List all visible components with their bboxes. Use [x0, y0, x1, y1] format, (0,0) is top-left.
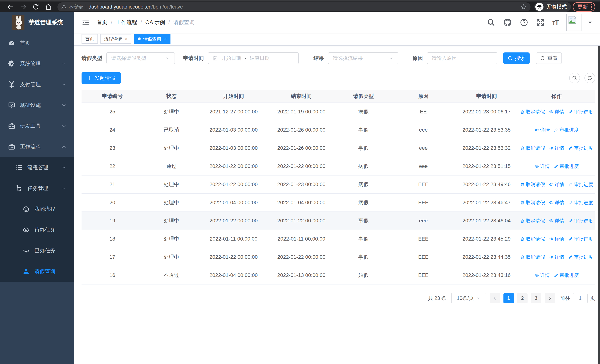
cell-start: 2022-01-22 00:00:00 [200, 212, 268, 230]
forward-icon[interactable] [18, 1, 28, 12]
reset-button[interactable]: 重置 [536, 52, 562, 64]
security-warning[interactable]: 不安全 [61, 4, 83, 10]
cancel-action-link[interactable]: 取消请假 [520, 236, 545, 242]
page-button-3[interactable]: 3 [531, 293, 541, 303]
sidebar-item-我的流程[interactable]: 我的流程 [0, 199, 74, 219]
breadcrumb-item-首页[interactable]: 首页 [97, 19, 107, 26]
search-button[interactable]: 搜索 [503, 52, 530, 64]
goto-page-input[interactable] [573, 293, 588, 303]
logo-row[interactable]: 芋道管理系统 [0, 12, 74, 33]
search-icon[interactable] [487, 18, 495, 27]
detail-action-link[interactable]: 详情 [549, 109, 564, 115]
sidebar-item-支付管理[interactable]: 支付管理 [0, 74, 74, 95]
page-button-1[interactable]: 1 [504, 293, 514, 303]
sidebar-item-已办任务[interactable]: 已办任务 [0, 240, 74, 261]
table-toolbar: 发起请假 [82, 72, 595, 84]
chevron-up-icon [61, 186, 67, 191]
update-button[interactable]: 更新 [573, 2, 595, 12]
sidebar-item-工作流程[interactable]: 工作流程 [0, 136, 74, 157]
address-bar[interactable]: 不安全 dashboard.yudao.iocoder.cn/bpm/oa/le… [57, 2, 531, 11]
sidebar-item-基础设施[interactable]: 基础设施 [0, 95, 74, 116]
page-scrollbar[interactable] [598, 12, 600, 364]
detail-action-link[interactable]: 详情 [534, 163, 550, 169]
cancel-action-link[interactable]: 取消请假 [520, 218, 545, 224]
home-icon[interactable] [43, 1, 54, 12]
detail-action-link[interactable]: 详情 [534, 127, 550, 133]
progress-action-link[interactable]: 审批进度 [568, 218, 593, 224]
cell-type: 事假 [335, 230, 392, 248]
detail-action-link[interactable]: 详情 [549, 145, 564, 151]
sidebar-item-label: 已办任务 [35, 247, 55, 254]
close-icon[interactable]: × [164, 36, 167, 42]
progress-action-link[interactable]: 审批进度 [568, 236, 593, 242]
tab-流程详情[interactable]: 流程详情× [100, 34, 131, 44]
detail-action-link[interactable]: 详情 [534, 272, 550, 279]
column-header-申请时间: 申请时间 [455, 90, 518, 103]
chevron-down-icon[interactable] [588, 20, 593, 25]
incognito-label: 无痕模式 [546, 3, 567, 10]
prev-page-button[interactable] [490, 293, 500, 303]
cancel-action-link[interactable]: 取消请假 [520, 109, 545, 115]
table-row-24: 24已取消2022-01-03 00:00:002022-01-26 00:00… [82, 121, 595, 139]
cell-id: 16 [82, 266, 143, 284]
cancel-action-link[interactable]: 取消请假 [520, 254, 545, 260]
cell-apply_time: 2022-01-22 23:46:47 [455, 194, 518, 212]
create-leave-button[interactable]: 发起请假 [82, 72, 121, 84]
tab-请假查询[interactable]: 请假查询× [134, 34, 170, 44]
breadcrumb-item-OA 示例[interactable]: OA 示例 [145, 19, 165, 26]
cell-id: 19 [82, 212, 143, 230]
refresh-table-button[interactable] [584, 73, 595, 84]
apply-time-range[interactable]: 开始日期 - 结束日期 [208, 52, 299, 64]
bookmark-star-icon[interactable] [521, 4, 527, 10]
progress-action-link[interactable]: 审批进度 [568, 109, 593, 115]
progress-action-link[interactable]: 审批进度 [554, 163, 579, 169]
menu-dots-icon[interactable] [591, 4, 592, 10]
cell-actions: 取消请假详情审批进度 [518, 248, 595, 266]
progress-action-link[interactable]: 审批进度 [568, 199, 593, 206]
tab-首页[interactable]: 首页 [82, 34, 98, 44]
collapse-sidebar-icon[interactable] [82, 18, 90, 27]
reload-icon[interactable] [30, 1, 41, 12]
sidebar-item-首页[interactable]: 首页 [0, 33, 74, 53]
sidebar-item-请假查询[interactable]: 请假查询 [0, 261, 74, 282]
progress-action-link[interactable]: 审批进度 [554, 127, 579, 133]
fullscreen-icon[interactable] [536, 18, 544, 27]
show-search-button[interactable] [569, 73, 580, 84]
cell-reason: eee [392, 212, 455, 230]
back-icon[interactable] [5, 1, 16, 12]
page-size-select[interactable]: 10条/页 [451, 293, 487, 303]
detail-action-link[interactable]: 详情 [549, 199, 564, 206]
cancel-action-link[interactable]: 取消请假 [520, 181, 545, 188]
sidebar-item-流程管理[interactable]: 流程管理 [0, 157, 74, 178]
avatar[interactable] [566, 14, 581, 31]
github-icon[interactable] [503, 18, 512, 27]
next-page-button[interactable] [544, 293, 555, 303]
progress-action-link[interactable]: 审批进度 [568, 145, 593, 151]
reason-input[interactable]: 请输入原因 [427, 52, 497, 64]
progress-action-link[interactable]: 审批进度 [554, 272, 579, 279]
sidebar-item-任务管理[interactable]: 任务管理 [0, 178, 74, 199]
font-size-icon[interactable]: тT [552, 19, 559, 26]
cancel-action-link[interactable]: 取消请假 [520, 145, 545, 151]
cell-reason: eee [392, 139, 455, 157]
detail-action-link[interactable]: 详情 [549, 218, 564, 224]
detail-action-link[interactable]: 详情 [549, 236, 564, 242]
help-icon[interactable] [520, 18, 528, 27]
sidebar: 芋道管理系统 首页 系统管理 支付管理 基础设施 研发工具 工作流程 流程管理 … [0, 12, 74, 364]
breadcrumb: 首页/工作流程/OA 示例/请假查询 [97, 19, 195, 26]
detail-action-link[interactable]: 详情 [549, 181, 564, 188]
leave-type-select[interactable]: 请选择请假类型 [106, 52, 175, 64]
breadcrumb-item-工作流程[interactable]: 工作流程 [116, 19, 137, 26]
result-select[interactable]: 请选择流结果 [328, 52, 398, 64]
detail-action-link[interactable]: 详情 [549, 254, 564, 260]
progress-action-link[interactable]: 审批进度 [568, 181, 593, 188]
progress-action-link[interactable]: 审批进度 [568, 254, 593, 260]
page-button-2[interactable]: 2 [517, 293, 527, 303]
eye-icon [549, 146, 553, 150]
cell-start: 2022-01-04 00:00:00 [200, 194, 268, 212]
close-icon[interactable]: × [125, 36, 128, 42]
sidebar-item-待办任务[interactable]: 待办任务 [0, 219, 74, 240]
cancel-action-link[interactable]: 取消请假 [520, 199, 545, 206]
sidebar-item-系统管理[interactable]: 系统管理 [0, 53, 74, 74]
sidebar-item-研发工具[interactable]: 研发工具 [0, 116, 74, 136]
